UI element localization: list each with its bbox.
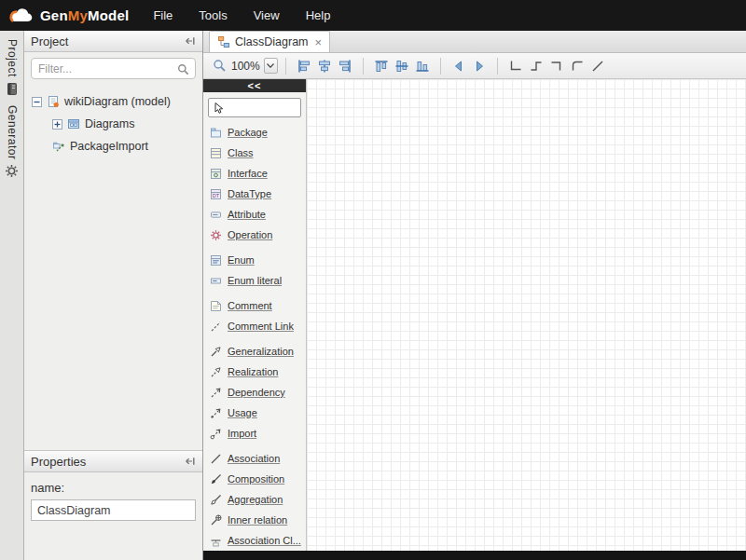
selection-tool[interactable] xyxy=(208,98,301,117)
properties-body: name: xyxy=(24,472,202,521)
palette-item-label: Association Cl... xyxy=(228,535,301,546)
association-icon xyxy=(210,453,222,465)
datatype-icon: DT xyxy=(210,188,222,200)
route-rectilinear-button[interactable] xyxy=(506,57,525,75)
brand-name: GenMyModel xyxy=(40,7,129,23)
route-corner-button[interactable] xyxy=(547,57,566,75)
toolbar-separator xyxy=(285,58,286,75)
menu-file[interactable]: File xyxy=(140,0,186,31)
project-panel-title: Project xyxy=(31,34,185,48)
properties-panel-header: Properties xyxy=(24,451,202,472)
align-bottom-button[interactable] xyxy=(413,57,432,75)
palette-item-realization[interactable]: Realization xyxy=(203,362,306,382)
operation-icon xyxy=(210,229,222,241)
collapse-left-icon[interactable] xyxy=(185,35,196,47)
enum-literal-icon xyxy=(210,275,222,287)
menu-help[interactable]: Help xyxy=(293,0,344,31)
nav-back-button[interactable] xyxy=(449,57,468,75)
align-top-icon xyxy=(374,59,389,74)
toolbar-separator xyxy=(363,58,364,75)
palette-collapse-button[interactable]: << xyxy=(203,79,306,92)
palette-item-label: Dependency xyxy=(228,387,285,398)
composition-icon xyxy=(210,473,222,485)
palette-item-comment[interactable]: Comment xyxy=(203,295,306,316)
palette-item-dependency[interactable]: Dependency xyxy=(203,382,306,403)
palette-item-inner-relation[interactable]: Inner relation xyxy=(203,510,306,530)
palette-item-label: Association xyxy=(228,453,280,464)
align-right-button[interactable] xyxy=(336,57,354,75)
properties-panel-title: Properties xyxy=(31,455,185,469)
menu-tools[interactable]: Tools xyxy=(186,0,240,31)
route-oblique-button[interactable] xyxy=(588,57,607,75)
project-panel: Project wikiDiagram (model)DiagramsPacka… xyxy=(24,31,202,450)
align-right-icon xyxy=(338,59,352,74)
cloud-logo-icon xyxy=(7,7,35,25)
zoom-level: 100% xyxy=(231,60,260,73)
close-tab-icon[interactable]: × xyxy=(315,36,323,48)
palette-item-import[interactable]: Import xyxy=(203,423,306,444)
content-row: << PackageClassInterfaceDTDataTypeAttrib… xyxy=(203,79,746,551)
align-center-button[interactable] xyxy=(315,57,334,75)
collapse-toggle-icon[interactable] xyxy=(32,97,42,107)
filter-input[interactable] xyxy=(31,58,196,79)
menu-view[interactable]: View xyxy=(241,0,293,31)
zoom-icon xyxy=(213,59,227,73)
name-field-input[interactable] xyxy=(31,499,196,521)
package-icon xyxy=(210,127,222,139)
align-top-button[interactable] xyxy=(372,57,391,75)
comment-icon xyxy=(210,300,222,312)
palette-item-label: Comment xyxy=(228,300,272,311)
palette-item-comment-link[interactable]: Comment Link xyxy=(203,316,306,336)
align-bottom-icon xyxy=(415,59,430,74)
tree-item-diagrams[interactable]: Diagrams xyxy=(24,113,202,135)
palette-item-composition[interactable]: Composition xyxy=(203,469,306,489)
palette-item-operation[interactable]: Operation xyxy=(203,225,306,245)
tab-classdiagram[interactable]: ClassDiagram × xyxy=(209,31,330,52)
palette-item-usage[interactable]: Usage xyxy=(203,403,306,423)
tree-item-packageimport[interactable]: PackageImport xyxy=(24,135,202,157)
notebook-icon xyxy=(6,82,19,96)
gear-icon xyxy=(5,164,19,178)
align-left-button[interactable] xyxy=(295,57,313,75)
nav-forward-icon xyxy=(472,59,487,74)
nav-forward-button[interactable] xyxy=(470,57,489,75)
route-rectilinear-icon xyxy=(508,59,523,74)
bottom-bar xyxy=(203,551,746,560)
palette-item-enum[interactable]: Enum xyxy=(203,250,306,270)
palette-item-attribute[interactable]: Attribute xyxy=(203,204,306,225)
palette-item-association[interactable]: Association xyxy=(203,448,306,469)
generalization-icon xyxy=(210,346,222,358)
palette-group: PackageClassInterfaceDTDataTypeAttribute… xyxy=(203,122,306,245)
palette-item-package[interactable]: Package xyxy=(203,122,306,143)
rail-tab-generator[interactable]: Generator xyxy=(5,102,19,185)
diagram-canvas[interactable] xyxy=(307,79,746,551)
palette-item-enum-literal[interactable]: Enum literal xyxy=(203,270,306,291)
app-logo[interactable]: GenMyModel xyxy=(0,7,129,25)
collapse-left-icon[interactable] xyxy=(185,456,196,467)
svg-text:DT: DT xyxy=(213,193,220,198)
expand-toggle-icon[interactable] xyxy=(52,119,62,130)
palette-item-label: Attribute xyxy=(228,209,266,220)
route-step-button[interactable] xyxy=(527,57,546,75)
palette-item-label: Package xyxy=(228,127,268,138)
palette-item-label: Usage xyxy=(228,407,257,418)
palette-item-label: Inner relation xyxy=(228,514,287,526)
tree-item-wikidiagram-model[interactable]: wikiDiagram (model) xyxy=(24,90,202,113)
palette-item-interface[interactable]: Interface xyxy=(203,163,306,184)
palette-item-label: Comment Link xyxy=(228,321,294,332)
palette-item-class[interactable]: Class xyxy=(203,143,306,163)
rail-tab-project[interactable]: Project xyxy=(6,36,19,102)
comment-link-icon xyxy=(210,321,222,333)
chevron-down-icon xyxy=(267,63,274,68)
palette-item-association-cl[interactable]: Association Cl... xyxy=(203,530,306,551)
palette-item-generalization[interactable]: Generalization xyxy=(203,341,306,362)
palette-item-aggregation[interactable]: Aggregation xyxy=(203,489,306,510)
align-middle-button[interactable] xyxy=(393,57,411,75)
dependency-icon xyxy=(210,387,222,399)
palette: << PackageClassInterfaceDTDataTypeAttrib… xyxy=(203,79,307,551)
zoom-dropdown-button[interactable] xyxy=(264,58,278,74)
left-panels: Project wikiDiagram (model)DiagramsPacka… xyxy=(24,31,203,560)
route-rounded-button[interactable] xyxy=(568,57,587,75)
palette-item-datatype[interactable]: DTDataType xyxy=(203,184,306,204)
palette-item-label: Generalization xyxy=(228,346,294,357)
